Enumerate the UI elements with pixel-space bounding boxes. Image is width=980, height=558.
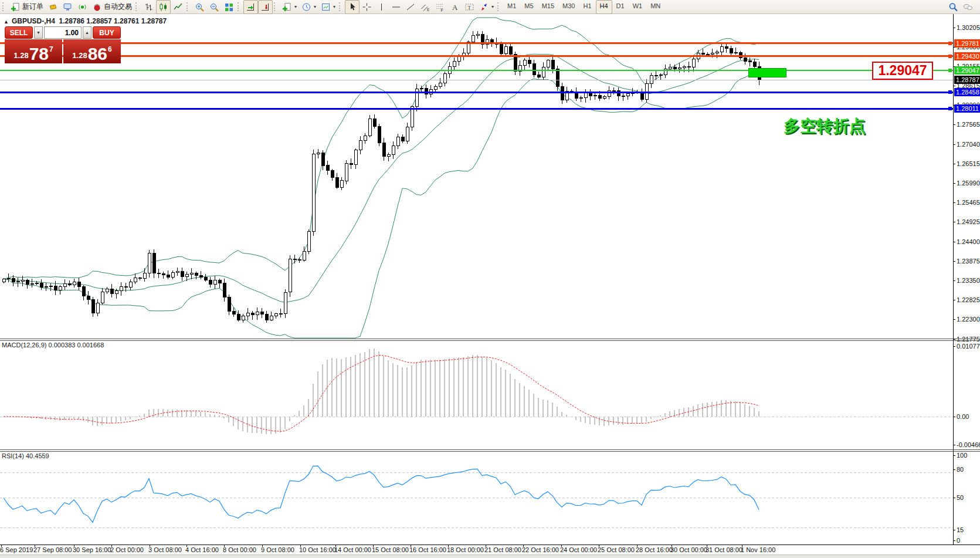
templates-icon <box>321 2 331 12</box>
buy-price-button[interactable]: 1.28 86 6 <box>63 39 121 63</box>
indicators-button[interactable]: ▾ <box>280 0 299 14</box>
monitor-icon <box>63 2 73 12</box>
line-chart-button[interactable] <box>171 0 185 14</box>
toolbar-group-1: 新订单自动交易 <box>1 0 134 14</box>
new-order-icon <box>11 2 21 12</box>
chat-icon <box>963 2 973 12</box>
toolbar-grip <box>238 2 241 11</box>
highlight-rectangle[interactable] <box>748 68 786 77</box>
timeframe-m5-button[interactable]: M5 <box>520 0 537 14</box>
chat-button[interactable] <box>961 0 975 14</box>
sell-price-prefix: 1.28 <box>13 51 28 60</box>
arrows-icon <box>479 2 489 12</box>
timeframe-mn-button[interactable]: MN <box>646 0 664 14</box>
text-button[interactable]: A <box>447 0 462 14</box>
candlestick-chart-button[interactable] <box>156 0 171 14</box>
new-order-button[interactable]: 新订单 <box>8 0 46 14</box>
macd-indicator-label: MACD(12,26,9) 0.000383 0.001668 <box>2 341 104 349</box>
line-chart-icon <box>173 2 183 12</box>
text-label-button[interactable]: T <box>462 0 477 14</box>
horizontal-line-button[interactable] <box>389 0 403 14</box>
channel-icon: E <box>421 2 430 12</box>
toolbar-group-2 <box>134 0 185 14</box>
autotrading-icon <box>92 2 102 12</box>
fibo-icon: F <box>435 2 445 12</box>
buy-price-big: 86 <box>88 46 107 62</box>
zoom-out-icon <box>209 2 219 12</box>
candles-icon <box>158 2 168 12</box>
timeframe-h1-button[interactable]: H1 <box>579 0 595 14</box>
arrows-button[interactable]: ▾ <box>477 0 496 14</box>
ohlc-open: 1.28786 <box>59 17 84 25</box>
toolbar-group-6: EFAT▾ <box>338 0 496 14</box>
auto-scroll-button[interactable] <box>243 0 258 14</box>
clock-icon <box>301 2 311 12</box>
tile-icon <box>224 2 234 12</box>
sell-price-sup: 7 <box>49 45 53 53</box>
search-button[interactable] <box>946 0 961 14</box>
toolbar-grip <box>497 2 501 11</box>
periodicity-button[interactable]: ▾ <box>299 0 318 14</box>
search-icon <box>948 2 958 12</box>
timeframe-m30-button[interactable]: M30 <box>558 0 579 14</box>
vertical-line-button[interactable] <box>374 0 389 14</box>
equidistant-channel-button[interactable]: E <box>418 0 433 14</box>
main-toolbar: 新订单自动交易▾▾▾EFAT▾M1M5M15M30H1H4D1W1MN <box>0 0 980 14</box>
horizontal-level-lines[interactable] <box>0 42 953 110</box>
sell-button[interactable]: SELL <box>5 26 33 39</box>
autotrading-button-label: 自动交易 <box>104 2 132 12</box>
sell-price-button[interactable]: 1.28 78 7 <box>5 39 62 63</box>
chart-shift-button[interactable] <box>258 0 273 14</box>
bar-chart-icon <box>144 2 154 12</box>
svg-text:T: T <box>468 4 472 10</box>
timeframe-w1-button[interactable]: W1 <box>629 0 647 14</box>
timeframe-m1-button[interactable]: M1 <box>503 0 520 14</box>
bar-chart-button[interactable] <box>141 0 156 14</box>
symbol-header: ▲GBPUSD-,H4 1.28786 1.28857 1.28761 1.28… <box>4 17 167 25</box>
zoom-in-button[interactable] <box>192 0 207 14</box>
svg-text:F: F <box>441 8 443 12</box>
zoom-out-button[interactable] <box>207 0 222 14</box>
signals-button[interactable] <box>75 0 90 14</box>
timeframe-d1-button[interactable]: D1 <box>612 0 629 14</box>
new-order-button-label: 新订单 <box>22 2 43 12</box>
tile-windows-button[interactable] <box>222 0 236 14</box>
toolbar-right <box>946 0 975 14</box>
trendline-button[interactable] <box>403 0 418 14</box>
metaeditor-button[interactable] <box>60 0 75 14</box>
crosshair-button[interactable] <box>360 0 374 14</box>
price-annotation-box[interactable]: 1.29047 <box>872 62 933 80</box>
chart-canvas[interactable] <box>0 0 980 558</box>
templates-button[interactable]: ▾ <box>318 0 338 14</box>
one-click-trading-panel: SELL ▼ 1.00 ▲ BUY 1.28 78 7 1.28 86 6 <box>5 26 121 63</box>
chevron-down-icon[interactable]: ▾ <box>314 4 316 9</box>
gold-bar-icon <box>48 2 58 12</box>
autotrading-button[interactable]: 自动交易 <box>90 0 134 14</box>
svg-text:E: E <box>427 8 430 12</box>
buy-button[interactable]: BUY <box>93 26 121 39</box>
hline-icon <box>391 2 401 12</box>
cursor-button[interactable] <box>345 0 360 14</box>
open-chart-button[interactable] <box>46 0 60 14</box>
volume-input[interactable]: 1.00 <box>44 26 82 39</box>
cursor-icon <box>347 2 357 12</box>
toolbar-grip <box>135 2 139 11</box>
autoscroll-icon <box>246 2 256 12</box>
shift-icon <box>260 2 270 12</box>
signals-icon <box>77 2 87 12</box>
chevron-down-icon[interactable]: ▾ <box>294 4 297 9</box>
fibonacci-button[interactable]: F <box>433 0 447 14</box>
timeframe-h4-button[interactable]: H4 <box>596 0 612 14</box>
turning-point-annotation[interactable]: 多空转折点 <box>784 115 866 137</box>
indicators-icon <box>282 2 292 12</box>
collapse-panel-icon[interactable]: ▲ <box>4 19 9 25</box>
buy-price-sup: 6 <box>108 45 112 53</box>
volume-decrease-button[interactable]: ▼ <box>34 26 43 39</box>
timeframe-m15-button[interactable]: M15 <box>538 0 558 14</box>
ohlc-low: 1.28761 <box>114 17 139 25</box>
vline-icon <box>377 2 386 12</box>
chevron-down-icon[interactable]: ▾ <box>333 4 335 9</box>
chevron-down-icon[interactable]: ▾ <box>491 4 494 9</box>
timeframe-toolbar: M1M5M15M30H1H4D1W1MN <box>496 0 664 14</box>
volume-increase-button[interactable]: ▲ <box>83 26 91 39</box>
